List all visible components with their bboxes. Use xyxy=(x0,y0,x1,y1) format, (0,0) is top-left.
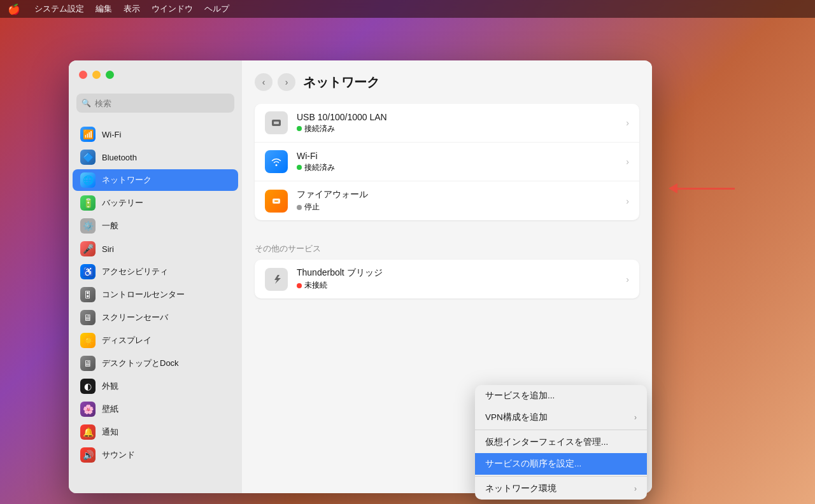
network-env-submenu-arrow: › xyxy=(634,484,637,493)
menu-separator-2 xyxy=(475,476,647,477)
menu-add-vpn[interactable]: VPN構成を追加 › xyxy=(475,407,647,428)
menu-network-env[interactable]: ネットワーク環境 › xyxy=(475,478,647,500)
sidebar-item-appearance[interactable]: ◐ 外観 xyxy=(73,375,238,397)
menu-network-env-label: ネットワーク環境 xyxy=(485,483,556,494)
wifi-network-status: 接続済み xyxy=(297,162,617,173)
wifi-icon: 📶 xyxy=(80,127,96,142)
sidebar-label-control-center: コントロールセンター xyxy=(102,289,185,300)
display-icon: ☀️ xyxy=(80,333,96,348)
system-preferences-window: 🔍 📶 Wi-Fi 🔷 Bluetooth 🌐 ネットワーク 🔋 バッテリー ⚙… xyxy=(69,60,652,493)
sound-icon: 🔊 xyxy=(80,447,96,463)
svg-rect-3 xyxy=(274,200,278,202)
arrow-line xyxy=(677,188,735,190)
menu-separator-1 xyxy=(475,430,647,430)
sidebar-label-wifi: Wi-Fi xyxy=(102,130,121,139)
minimize-button[interactable] xyxy=(92,71,101,79)
network-item-thunderbolt[interactable]: Thunderbolt ブリッジ 未接続 › xyxy=(255,260,639,298)
wallpaper-icon: 🌸 xyxy=(80,402,96,417)
sidebar-item-battery[interactable]: 🔋 バッテリー xyxy=(73,192,238,214)
siri-icon: 🎤 xyxy=(80,241,96,256)
menu-manage-virtual-label: 仮想インターフェイスを管理... xyxy=(485,437,608,448)
search-icon: 🔍 xyxy=(82,99,91,108)
battery-icon: 🔋 xyxy=(80,195,96,211)
search-input[interactable] xyxy=(95,99,229,108)
usb-lan-status-text: 接続済み xyxy=(304,123,335,134)
sidebar-label-sound: サウンド xyxy=(102,449,135,461)
control-center-icon: 🎛 xyxy=(80,287,96,302)
appearance-icon: ◐ xyxy=(80,379,96,394)
sidebar-label-display: ディスプレイ xyxy=(102,335,152,346)
accessibility-icon: ♿ xyxy=(80,264,96,279)
sidebar-label-wallpaper: 壁紙 xyxy=(102,403,118,415)
fullscreen-button[interactable] xyxy=(106,71,114,79)
sidebar-label-screensaver: スクリーンセーバ xyxy=(102,312,168,323)
wifi-status-text: 接続済み xyxy=(304,162,335,173)
close-button[interactable] xyxy=(79,71,87,79)
wifi-network-name: Wi-Fi xyxy=(297,151,617,161)
thunderbolt-name: Thunderbolt ブリッジ xyxy=(297,267,617,279)
sidebar-item-dock[interactable]: 🖥 デスクトップとDock xyxy=(73,353,238,374)
sidebar-item-control-center[interactable]: 🎛 コントロールセンター xyxy=(73,284,238,305)
sidebar-item-siri[interactable]: 🎤 Siri xyxy=(73,238,238,260)
wifi-chevron: › xyxy=(626,157,629,167)
sidebar-label-dock: デスクトップとDock xyxy=(102,358,179,369)
sidebar-item-accessibility[interactable]: ♿ アクセシビリティ xyxy=(73,261,238,283)
sidebar-item-bluetooth[interactable]: 🔷 Bluetooth xyxy=(73,146,238,168)
bluetooth-icon: 🔷 xyxy=(80,150,96,165)
search-bar[interactable]: 🔍 xyxy=(76,94,234,113)
sidebar-label-accessibility: アクセシビリティ xyxy=(102,266,168,277)
arrow-head xyxy=(669,183,677,193)
usb-lan-info: USB 10/100/1000 LAN 接続済み xyxy=(297,112,617,134)
sidebar-item-notifications[interactable]: 🔔 通知 xyxy=(73,421,238,443)
menubar-system-settings[interactable]: システム設定 xyxy=(34,3,84,15)
sidebar-label-notifications: 通知 xyxy=(102,426,118,438)
firewall-status-text: 停止 xyxy=(304,202,320,213)
network-icon: 🌐 xyxy=(80,172,96,188)
usb-lan-name: USB 10/100/1000 LAN xyxy=(297,112,617,122)
menu-add-service[interactable]: サービスを追加... xyxy=(475,385,647,407)
sidebar-item-display[interactable]: ☀️ ディスプレイ xyxy=(73,330,238,351)
sidebar-item-screensaver[interactable]: 🖥 スクリーンセーバ xyxy=(73,307,238,328)
nav-header: ‹ › ネットワーク xyxy=(255,73,639,91)
usb-lan-status-dot xyxy=(297,126,302,131)
back-button[interactable]: ‹ xyxy=(255,73,273,91)
wifi-network-info: Wi-Fi 接続済み xyxy=(297,151,617,173)
menubar-edit[interactable]: 編集 xyxy=(96,3,112,15)
sidebar-item-network[interactable]: 🌐 ネットワーク xyxy=(73,169,238,191)
firewall-name: ファイアウォール xyxy=(297,189,617,200)
firewall-status: 停止 xyxy=(297,202,617,213)
sidebar-item-general[interactable]: ⚙️ 一般 xyxy=(73,215,238,237)
sidebar-label-bluetooth: Bluetooth xyxy=(102,153,137,162)
menu-manage-virtual[interactable]: 仮想インターフェイスを管理... xyxy=(475,431,647,453)
firewall-status-dot xyxy=(297,205,302,210)
thunderbolt-status: 未接続 xyxy=(297,280,617,291)
usb-lan-icon xyxy=(265,111,288,134)
menu-set-order-label: サービスの順序を設定... xyxy=(485,458,581,470)
sidebar-label-appearance: 外観 xyxy=(102,381,118,392)
sidebar-item-sound[interactable]: 🔊 サウンド xyxy=(73,444,238,466)
vpn-submenu-arrow: › xyxy=(634,413,637,422)
thunderbolt-chevron: › xyxy=(626,274,629,284)
network-item-usb-lan[interactable]: USB 10/100/1000 LAN 接続済み › xyxy=(255,104,639,143)
firewall-info: ファイアウォール 停止 xyxy=(297,189,617,213)
sidebar-item-wifi[interactable]: 📶 Wi-Fi xyxy=(73,123,238,145)
firewall-icon xyxy=(265,190,288,213)
menu-set-order[interactable]: サービスの順序を設定... xyxy=(475,453,647,475)
svg-rect-1 xyxy=(274,122,279,124)
thunderbolt-status-dot xyxy=(297,283,302,288)
forward-button[interactable]: › xyxy=(278,73,295,91)
network-list: USB 10/100/1000 LAN 接続済み › xyxy=(255,104,639,220)
menubar-window[interactable]: ウインドウ xyxy=(152,3,193,15)
menubar-view[interactable]: 表示 xyxy=(124,3,140,15)
network-item-firewall[interactable]: ファイアウォール 停止 › xyxy=(255,181,639,220)
sidebar-label-battery: バッテリー xyxy=(102,197,143,209)
firewall-chevron: › xyxy=(626,196,629,206)
network-item-wifi[interactable]: Wi-Fi 接続済み › xyxy=(255,143,639,181)
sidebar-label-network: ネットワーク xyxy=(102,174,152,186)
menu-add-service-label: サービスを追加... xyxy=(485,390,555,402)
sidebar-item-wallpaper[interactable]: 🌸 壁紙 xyxy=(73,398,238,420)
menubar-help[interactable]: ヘルプ xyxy=(204,3,229,15)
apple-menu[interactable]: 🍎 xyxy=(8,3,20,15)
red-arrow-annotation xyxy=(669,183,735,193)
sidebar-label-general: 一般 xyxy=(102,220,118,232)
